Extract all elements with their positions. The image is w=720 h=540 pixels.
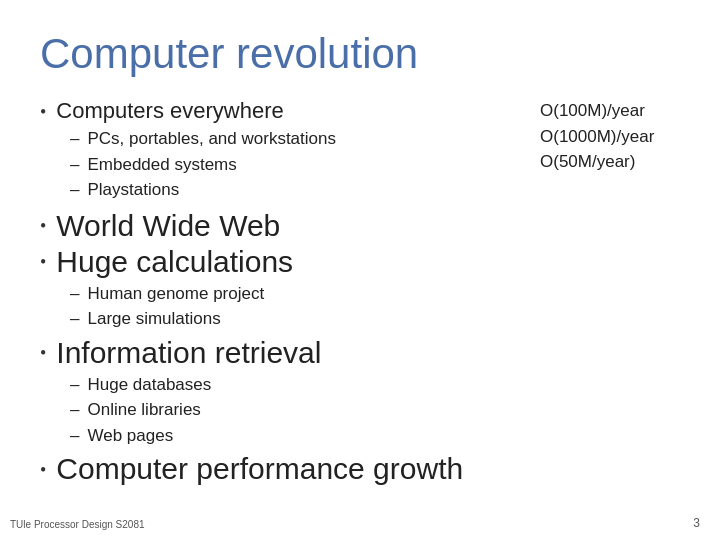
list-item: – Huge databases — [70, 372, 680, 398]
bullet-dot-1: • — [40, 102, 46, 123]
list-item: – PCs, portables, and workstations — [70, 126, 520, 152]
bullet-dot-5: • — [40, 460, 46, 481]
list-item: – Web pages — [70, 423, 680, 449]
bullet-dot-4: • — [40, 343, 46, 364]
list-item: – Human genome project — [70, 281, 680, 307]
right-column-computers: O(100M)/year O(1000M)/year O(50M/year) — [520, 98, 680, 175]
bullet-label-info-retrieval: Information retrieval — [56, 336, 321, 370]
slide: Computer revolution • Computers everywhe… — [0, 0, 720, 540]
sub-item-simulations: Large simulations — [87, 306, 220, 332]
list-item: – Playstations — [70, 177, 520, 203]
right-item-2: O(1000M)/year — [540, 124, 680, 150]
slide-footer: TUle Processor Design S2081 — [10, 519, 145, 530]
bullet-label-huge-calc: Huge calculations — [56, 245, 293, 279]
bullet-label-performance: Computer performance growth — [56, 452, 463, 486]
section-information-retrieval: • Information retrieval – Huge databases… — [40, 336, 680, 449]
page-number: 3 — [693, 516, 700, 530]
section-world-wide-web: • World Wide Web — [40, 209, 680, 243]
sub-item-genome: Human genome project — [87, 281, 264, 307]
bullet-dot-3: • — [40, 252, 46, 273]
section-huge-calculations: • Huge calculations – Human genome proje… — [40, 245, 680, 332]
list-item: – Large simulations — [70, 306, 680, 332]
sub-item-pcs: PCs, portables, and workstations — [87, 126, 336, 152]
bullet-label-www: World Wide Web — [56, 209, 280, 243]
slide-title: Computer revolution — [40, 30, 680, 78]
sub-item-embedded: Embedded systems — [87, 152, 236, 178]
sub-list-calculations: – Human genome project – Large simulatio… — [40, 281, 680, 332]
sub-list-computers: – PCs, portables, and workstations – Emb… — [40, 126, 520, 203]
sub-item-playstations: Playstations — [87, 177, 179, 203]
sub-item-databases: Huge databases — [87, 372, 211, 398]
sub-list-info: – Huge databases – Online libraries – We… — [40, 372, 680, 449]
list-item: – Embedded systems — [70, 152, 520, 178]
right-item-1: O(100M)/year — [540, 98, 680, 124]
list-item: – Online libraries — [70, 397, 680, 423]
bullet-dot-2: • — [40, 216, 46, 237]
section-computers-everywhere: • Computers everywhere – PCs, portables,… — [40, 98, 680, 207]
sub-item-libraries: Online libraries — [87, 397, 200, 423]
sub-item-webpages: Web pages — [87, 423, 173, 449]
bullet-label-computers-everywhere: Computers everywhere — [56, 98, 283, 124]
section-performance-growth: • Computer performance growth — [40, 452, 680, 486]
right-item-3: O(50M/year) — [540, 149, 680, 175]
